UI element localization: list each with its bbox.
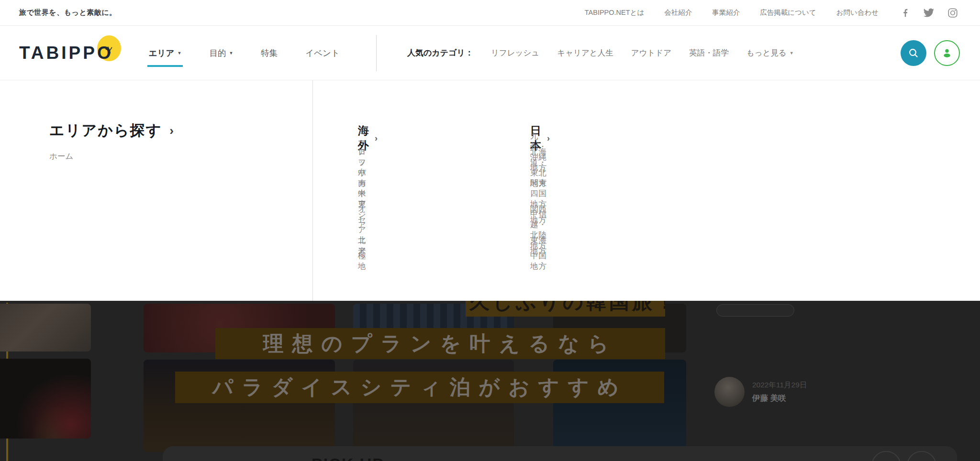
- search-icon: [908, 47, 919, 59]
- instagram-icon[interactable]: [947, 8, 958, 18]
- chevron-right-icon: ›: [169, 123, 175, 138]
- area-mega-menu: エリアから探す › ホーム 海外 › ヨーロッパ アフリカ 中南米 中東 アジア…: [0, 80, 980, 301]
- pickup-heading: PICK UP: [312, 455, 384, 461]
- topbar-link-contact[interactable]: お問い合わせ: [836, 8, 879, 17]
- article-photo: [0, 304, 91, 351]
- site-tagline: 旅で世界を、もっと素敵に。: [19, 8, 117, 17]
- main-navbar: TABIPPO エリア ▼ 目的 ▼ 特集 イベント 人気のカテゴリ： リフレッ…: [0, 26, 980, 80]
- carousel-prev-button: [871, 451, 901, 461]
- menu-item-polar[interactable]: 極地: [358, 253, 367, 269]
- japan-list: 九州・沖縄地方 北海道・東北地方 関東 四国地方 関西地方 甲信越・北陸地方 東…: [530, 144, 547, 269]
- nav-links: エリア ▼ 目的 ▼ 特集 イベント: [149, 47, 340, 59]
- hero-title-line2: パラダイスシティ泊がおすすめ: [175, 372, 664, 403]
- dimmed-page-overlay: 久しぶりの韓国旅！ 理想のプランを叶えるなら パラダイスシティ泊がおすすめ 20…: [0, 301, 980, 461]
- article-date: 2022年11月29日: [752, 380, 807, 390]
- category-career[interactable]: キャリアと人生: [557, 48, 613, 58]
- search-button[interactable]: [901, 40, 926, 66]
- carousel-next-button: [907, 451, 936, 461]
- mega-menu-title: エリアから探す: [49, 121, 162, 141]
- popular-categories-label: 人気のカテゴリ：: [407, 47, 473, 58]
- pickup-section-card: PICK UP: [163, 446, 957, 461]
- facebook-icon[interactable]: [901, 8, 910, 18]
- mega-menu-title-link[interactable]: エリアから探す ›: [49, 121, 175, 141]
- nav-item-purpose-label: 目的: [209, 47, 226, 59]
- article-photo: [0, 359, 91, 439]
- popular-categories: 人気のカテゴリ： リフレッシュ キャリアと人生 アウトドア 英語・語学 もっと見…: [407, 47, 794, 58]
- nav-item-purpose[interactable]: 目的 ▼: [209, 47, 233, 59]
- nav-item-area-label: エリア: [149, 47, 175, 59]
- nav-divider: [376, 35, 377, 71]
- topbar-link-business[interactable]: 事業紹介: [712, 8, 740, 17]
- twitter-icon[interactable]: [923, 7, 935, 19]
- nav-actions: [901, 40, 960, 66]
- hero-title-line-partial: 久しぶりの韓国旅！: [466, 301, 665, 317]
- nav-item-event[interactable]: イベント: [305, 47, 340, 59]
- active-tab-underline: [147, 65, 183, 67]
- account-button[interactable]: [934, 40, 960, 66]
- chevron-down-icon: ▼: [790, 51, 794, 55]
- topbar: 旅で世界を、もっと素敵に。 TABIPPO.NETとは 会社紹介 事業紹介 広告…: [0, 0, 980, 26]
- nav-item-feature-label: 特集: [261, 47, 278, 59]
- chevron-right-icon: ›: [375, 133, 378, 143]
- logo[interactable]: TABIPPO: [19, 43, 113, 63]
- article-author: 伊藤 美咲: [752, 393, 786, 404]
- chevron-right-icon: ›: [547, 133, 550, 143]
- logo-text: TABIPPO: [19, 43, 113, 63]
- category-refresh[interactable]: リフレッシュ: [491, 48, 539, 58]
- menu-item-chugoku[interactable]: 中国地方: [530, 253, 547, 269]
- mega-menu-home-link[interactable]: ホーム: [49, 151, 73, 162]
- topbar-link-about[interactable]: TABIPPO.NETとは: [585, 8, 644, 17]
- nav-item-area[interactable]: エリア ▼: [149, 47, 182, 59]
- category-more[interactable]: もっと見る ▼: [746, 48, 794, 58]
- user-icon: [941, 47, 953, 59]
- chevron-down-icon: ▼: [229, 51, 233, 55]
- mega-menu-left-panel: エリアから探す › ホーム: [0, 80, 313, 301]
- category-outdoor[interactable]: アウトドア: [631, 48, 671, 58]
- sidebar-tag-pill: [716, 304, 794, 317]
- topbar-links: TABIPPO.NETとは 会社紹介 事業紹介 広告掲載について お問い合わせ: [585, 8, 879, 17]
- topbar-link-advertising[interactable]: 広告掲載について: [760, 8, 816, 17]
- hero-title-line1: 理想のプランを叶えるなら: [215, 328, 665, 359]
- page: 旅で世界を、もっと素敵に。 TABIPPO.NETとは 会社紹介 事業紹介 広告…: [0, 0, 980, 461]
- nav-item-event-label: イベント: [305, 47, 340, 59]
- chevron-down-icon: ▼: [177, 51, 181, 55]
- nav-item-feature[interactable]: 特集: [261, 47, 278, 59]
- topbar-social: [901, 7, 958, 19]
- overseas-list: ヨーロッパ アフリカ 中南米 中東 アジア オセアニア 北米 極地: [358, 144, 367, 269]
- topbar-link-company[interactable]: 会社紹介: [664, 8, 692, 17]
- category-english[interactable]: 英語・語学: [689, 48, 729, 58]
- author-avatar: [714, 377, 745, 407]
- menu-item-hokkaido-tohoku[interactable]: 北海道・東北地方: [530, 160, 547, 176]
- category-more-label: もっと見る: [746, 48, 787, 58]
